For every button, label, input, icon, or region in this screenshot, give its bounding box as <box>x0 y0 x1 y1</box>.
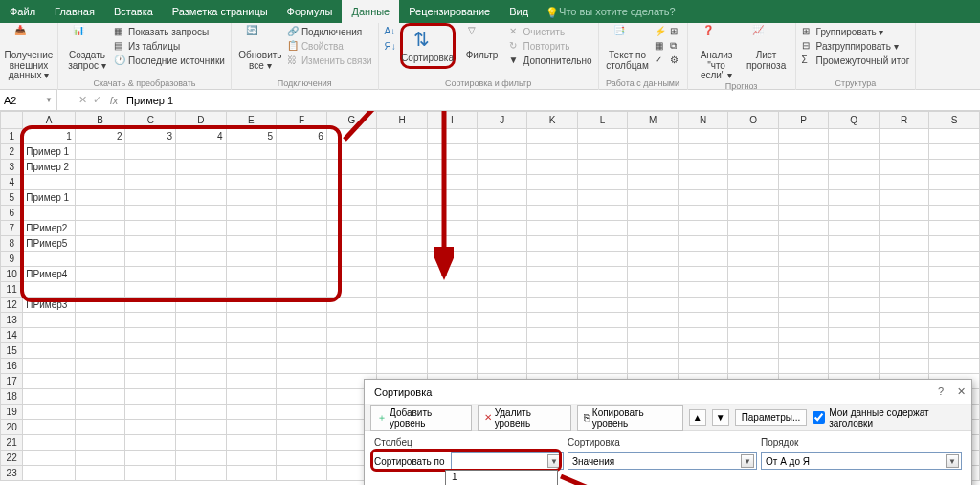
cell[interactable] <box>377 206 428 221</box>
cell[interactable] <box>577 343 627 359</box>
order-combo[interactable]: От А до Я▼ <box>761 452 962 470</box>
reapply-button[interactable]: ↻Повторить <box>509 39 592 53</box>
cell[interactable] <box>527 252 577 267</box>
cell[interactable] <box>125 267 176 282</box>
cell[interactable] <box>427 359 477 374</box>
cell[interactable] <box>527 160 577 175</box>
cell[interactable] <box>678 267 728 282</box>
cell[interactable] <box>678 175 728 190</box>
cell[interactable] <box>427 328 477 343</box>
cell[interactable] <box>778 282 828 298</box>
cell[interactable] <box>23 405 76 420</box>
cell[interactable] <box>226 451 277 466</box>
cell[interactable] <box>176 405 227 420</box>
cell[interactable] <box>277 190 327 206</box>
cell[interactable] <box>678 160 728 175</box>
row-header[interactable]: 14 <box>1 328 23 343</box>
cell[interactable] <box>277 267 327 282</box>
cell[interactable] <box>478 206 527 221</box>
cell[interactable] <box>427 190 477 206</box>
cell[interactable] <box>778 144 828 160</box>
cell[interactable] <box>728 343 779 359</box>
sortby-dropdown[interactable]: 123456 <box>445 470 558 485</box>
relations-button[interactable]: ⧉ <box>670 39 681 53</box>
cell[interactable] <box>929 298 980 313</box>
cell[interactable]: 1 <box>23 129 76 144</box>
cell[interactable] <box>929 175 980 190</box>
cell[interactable] <box>377 144 428 160</box>
cell[interactable] <box>75 343 125 359</box>
forecast-sheet-button[interactable]: 📈Лист прогноза <box>744 25 790 71</box>
cell[interactable] <box>226 267 277 282</box>
cell[interactable] <box>527 144 577 160</box>
cell[interactable] <box>628 206 679 221</box>
row-header[interactable]: 6 <box>1 206 23 221</box>
cell[interactable] <box>277 343 327 359</box>
cell[interactable] <box>176 175 227 190</box>
row-header[interactable]: 20 <box>1 420 23 435</box>
cell[interactable] <box>75 328 125 343</box>
cell[interactable] <box>23 328 76 343</box>
cell[interactable] <box>829 267 880 282</box>
cell[interactable] <box>176 343 227 359</box>
cell[interactable] <box>377 175 428 190</box>
help-button[interactable]: ? <box>938 386 944 398</box>
cell[interactable] <box>226 282 277 298</box>
headers-check-input[interactable] <box>813 411 825 424</box>
cell[interactable] <box>728 160 779 175</box>
cell[interactable] <box>23 435 76 451</box>
cell[interactable] <box>628 252 679 267</box>
dialog-titlebar[interactable]: Сортировка ?✕ <box>365 380 971 405</box>
cell[interactable] <box>125 405 176 420</box>
cell[interactable] <box>527 175 577 190</box>
cell[interactable] <box>75 267 125 282</box>
cell[interactable] <box>577 190 627 206</box>
cell[interactable] <box>125 435 176 451</box>
cell[interactable] <box>628 190 679 206</box>
cell[interactable] <box>778 252 828 267</box>
cell[interactable]: ПРимер5 <box>23 236 76 252</box>
cell[interactable] <box>125 328 176 343</box>
cell[interactable] <box>277 420 327 435</box>
row-header[interactable]: 10 <box>1 267 23 282</box>
cell[interactable] <box>728 252 779 267</box>
cell[interactable] <box>377 252 428 267</box>
cell[interactable] <box>377 313 428 328</box>
cell[interactable] <box>728 267 779 282</box>
row-header[interactable]: 17 <box>1 374 23 389</box>
cell[interactable] <box>628 160 679 175</box>
cell[interactable] <box>728 298 779 313</box>
cell[interactable] <box>277 359 327 374</box>
cell[interactable] <box>478 129 527 144</box>
cell[interactable] <box>628 267 679 282</box>
cell[interactable] <box>226 236 277 252</box>
row-header[interactable]: 12 <box>1 298 23 313</box>
chevron-down-icon[interactable]: ▼ <box>547 454 561 468</box>
cell[interactable] <box>829 175 880 190</box>
cell[interactable] <box>678 144 728 160</box>
cell[interactable] <box>527 206 577 221</box>
cell[interactable] <box>176 389 227 405</box>
add-level-button[interactable]: ＋Добавить уровень <box>370 405 472 431</box>
cell[interactable] <box>226 328 277 343</box>
col-header[interactable]: E <box>226 112 277 129</box>
cell[interactable] <box>829 190 880 206</box>
cell[interactable] <box>377 267 428 282</box>
cell[interactable] <box>226 298 277 313</box>
cell[interactable]: 4 <box>176 129 227 144</box>
cell[interactable] <box>75 389 125 405</box>
cell[interactable] <box>176 420 227 435</box>
cell[interactable] <box>75 359 125 374</box>
cell[interactable] <box>176 313 227 328</box>
cell[interactable] <box>879 175 929 190</box>
consolidate-button[interactable]: ⊞ <box>670 25 681 38</box>
cell[interactable] <box>176 190 227 206</box>
cell[interactable] <box>23 451 76 466</box>
cell[interactable] <box>75 451 125 466</box>
cell[interactable] <box>226 389 277 405</box>
cell[interactable] <box>879 313 929 328</box>
cell[interactable] <box>277 328 327 343</box>
cell[interactable] <box>728 175 779 190</box>
cell[interactable] <box>226 343 277 359</box>
cell[interactable] <box>125 389 176 405</box>
